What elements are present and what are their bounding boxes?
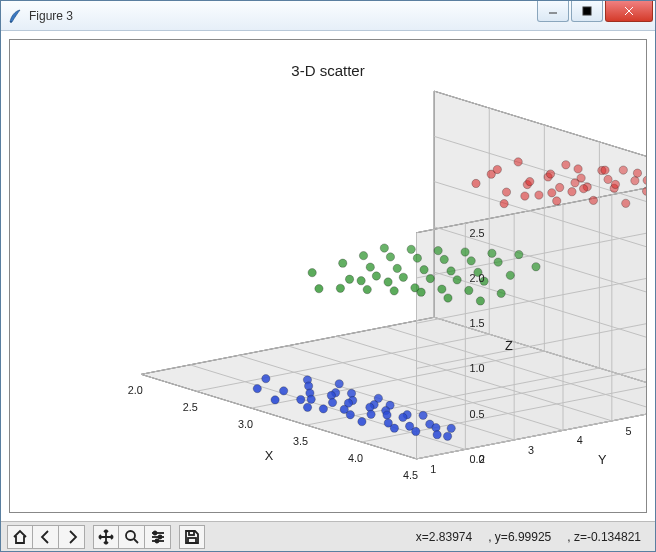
- arrow-right-icon: [64, 529, 80, 545]
- svg-point-134: [347, 389, 355, 397]
- svg-point-131: [335, 380, 343, 388]
- svg-point-169: [303, 403, 311, 411]
- svg-point-100: [506, 271, 514, 279]
- svg-text:3.0: 3.0: [238, 418, 253, 430]
- svg-point-119: [372, 272, 380, 280]
- svg-point-117: [438, 285, 446, 293]
- svg-point-200: [155, 539, 158, 542]
- svg-point-83: [553, 197, 561, 205]
- svg-point-154: [328, 398, 336, 406]
- svg-point-130: [315, 285, 323, 293]
- svg-point-108: [420, 266, 428, 274]
- svg-point-93: [532, 263, 540, 271]
- window-title: Figure 3: [29, 9, 73, 23]
- svg-text:Z: Z: [505, 338, 513, 353]
- svg-point-77: [601, 166, 609, 174]
- coord-status: x=2.83974 , y=6.99925 , z=-0.134821: [416, 530, 649, 544]
- svg-point-97: [467, 257, 475, 265]
- maximize-icon: [582, 6, 592, 16]
- svg-point-157: [433, 431, 441, 439]
- svg-point-140: [447, 424, 455, 432]
- svg-point-121: [444, 294, 452, 302]
- svg-point-66: [556, 183, 564, 191]
- svg-rect-1: [583, 7, 591, 15]
- svg-point-136: [419, 411, 427, 419]
- svg-point-170: [271, 396, 279, 404]
- svg-rect-202: [188, 538, 196, 543]
- arrow-left-icon: [38, 529, 54, 545]
- svg-text:2.0: 2.0: [128, 384, 143, 396]
- save-icon: [184, 529, 200, 545]
- svg-point-76: [568, 188, 576, 196]
- maximize-button[interactable]: [571, 1, 603, 22]
- minimize-button[interactable]: [537, 1, 569, 22]
- svg-point-155: [367, 410, 375, 418]
- tk-feather-icon: [7, 8, 23, 24]
- svg-text:0.0: 0.0: [470, 453, 485, 465]
- svg-point-149: [262, 375, 270, 383]
- svg-point-141: [304, 382, 312, 390]
- svg-point-145: [327, 391, 335, 399]
- svg-text:1.5: 1.5: [470, 317, 485, 329]
- svg-point-62: [577, 174, 585, 182]
- svg-point-102: [413, 254, 421, 262]
- svg-point-88: [521, 192, 529, 200]
- figure-canvas[interactable]: 3-D scatter 2.02.53.03.54.04.512345670.0…: [9, 39, 647, 513]
- svg-point-91: [515, 250, 523, 258]
- svg-point-94: [461, 248, 469, 256]
- save-button[interactable]: [179, 525, 205, 549]
- svg-point-99: [440, 255, 448, 263]
- svg-text:4: 4: [577, 434, 583, 446]
- zoom-button[interactable]: [119, 525, 145, 549]
- svg-point-80: [574, 165, 582, 173]
- svg-point-158: [280, 387, 288, 395]
- svg-point-126: [390, 287, 398, 295]
- svg-line-194: [134, 539, 138, 543]
- svg-text:2.0: 2.0: [470, 272, 485, 284]
- configure-button[interactable]: [145, 525, 171, 549]
- svg-point-129: [336, 284, 344, 292]
- svg-point-110: [497, 289, 505, 297]
- svg-text:1.0: 1.0: [470, 362, 485, 374]
- svg-point-74: [611, 180, 619, 188]
- svg-point-104: [386, 253, 394, 261]
- plot-3d: 2.02.53.03.54.04.512345670.00.51.01.52.0…: [10, 40, 646, 512]
- svg-rect-201: [189, 531, 194, 535]
- svg-point-56: [631, 177, 639, 185]
- svg-point-72: [589, 196, 597, 204]
- svg-point-82: [514, 158, 522, 166]
- svg-point-75: [535, 191, 543, 199]
- svg-point-112: [426, 274, 434, 282]
- svg-point-128: [363, 285, 371, 293]
- status-y: , y=6.99925: [488, 530, 551, 544]
- svg-point-96: [434, 247, 442, 255]
- forward-button[interactable]: [59, 525, 85, 549]
- svg-point-166: [253, 384, 261, 392]
- back-button[interactable]: [33, 525, 59, 549]
- svg-point-95: [494, 258, 502, 266]
- svg-point-198: [153, 531, 156, 534]
- pan-button[interactable]: [93, 525, 119, 549]
- home-icon: [12, 529, 28, 545]
- svg-point-105: [447, 267, 455, 275]
- svg-text:5: 5: [626, 425, 632, 437]
- svg-point-73: [633, 169, 641, 177]
- svg-point-85: [526, 177, 534, 185]
- sliders-icon: [150, 529, 166, 545]
- svg-point-78: [502, 188, 510, 196]
- home-button[interactable]: [7, 525, 33, 549]
- svg-point-79: [546, 170, 554, 178]
- svg-point-68: [622, 199, 630, 207]
- svg-point-118: [476, 297, 484, 305]
- svg-point-113: [465, 286, 473, 294]
- svg-point-122: [345, 275, 353, 283]
- svg-text:2.5: 2.5: [183, 401, 198, 413]
- close-button[interactable]: [605, 1, 653, 22]
- svg-point-167: [319, 405, 327, 413]
- svg-point-71: [562, 161, 570, 169]
- svg-point-127: [308, 269, 316, 277]
- svg-point-193: [126, 531, 135, 540]
- svg-point-152: [383, 411, 391, 419]
- svg-point-81: [579, 185, 587, 193]
- svg-text:3: 3: [528, 444, 534, 456]
